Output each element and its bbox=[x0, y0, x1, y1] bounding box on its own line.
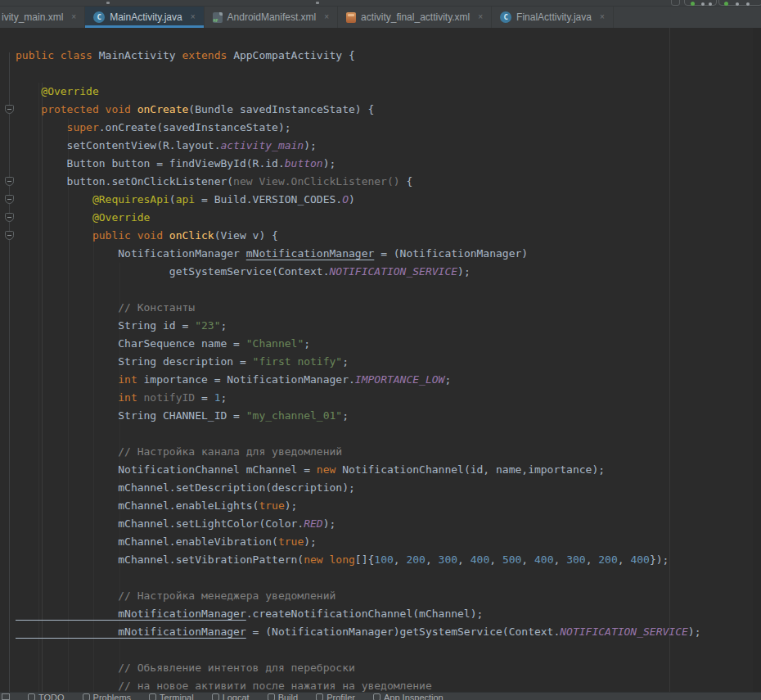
code-line[interactable]: protected void onCreate(Bundle savedInst… bbox=[16, 101, 374, 119]
code-line[interactable]: CharSequence name = "Channel"; bbox=[16, 335, 310, 353]
toolwindow-button-build[interactable]: Build bbox=[268, 693, 298, 700]
code-line[interactable]: mChannel.setDescription(description); bbox=[16, 479, 355, 497]
toolwindow-label: TODO bbox=[38, 692, 65, 700]
code-line[interactable]: int importance = NotificationManager.IMP… bbox=[16, 371, 451, 389]
code-line[interactable]: mChannel.setVibrationPattern(new long[]{… bbox=[16, 551, 669, 569]
fold-marker-icon[interactable] bbox=[5, 213, 14, 222]
code-token: onClick bbox=[169, 229, 214, 242]
code-token: String id = bbox=[16, 319, 195, 332]
toolwindow-button-profiler[interactable]: Profiler bbox=[316, 693, 355, 700]
code-line[interactable]: String CHANNEL_ID = "my_channel_01"; bbox=[16, 407, 349, 425]
code-token: Button button = findViewById(R.id. bbox=[16, 157, 285, 169]
code-line[interactable]: setContentView(R.layout.activity_main); bbox=[16, 137, 317, 155]
toolbar-button[interactable] bbox=[671, 0, 680, 6]
code-line[interactable]: NotificationManager mNotificationManager… bbox=[16, 245, 528, 263]
code-line[interactable]: String description = "first notify"; bbox=[16, 353, 349, 371]
code-line[interactable]: public class MainActivity extends AppCom… bbox=[16, 47, 355, 65]
class-file-icon: C bbox=[93, 11, 105, 23]
code-token: int bbox=[16, 373, 137, 386]
code-token: ); bbox=[304, 139, 317, 151]
code-token: , bbox=[489, 553, 502, 566]
code-token: @Override bbox=[16, 85, 99, 97]
tab-activity-final-acttivity-xml[interactable]: activity_final_acttivity.xml× bbox=[338, 7, 492, 28]
code-line[interactable]: // Обьявление интентов для переброски bbox=[16, 659, 355, 677]
debug-icon[interactable] bbox=[724, 2, 728, 6]
run-icon[interactable] bbox=[691, 2, 695, 6]
code-line[interactable]: // на новое активити после нажатия на ув… bbox=[16, 677, 432, 693]
toolbar-icon[interactable] bbox=[709, 2, 712, 6]
code-line[interactable]: // Настройка менеджера уведомлений bbox=[16, 587, 335, 605]
code-line[interactable]: // Константы bbox=[16, 299, 195, 317]
toolbar-icon[interactable] bbox=[746, 2, 750, 6]
fold-marker-icon[interactable] bbox=[5, 195, 14, 204]
code-token: setContentView(R.layout. bbox=[16, 139, 220, 151]
fold-marker-icon[interactable] bbox=[5, 177, 14, 186]
code-line[interactable]: String id = "23"; bbox=[16, 317, 227, 335]
tab-close-icon[interactable]: × bbox=[600, 13, 605, 21]
android-studio-window: ivity_main.xml×CMainActivity.java×Androi… bbox=[0, 0, 761, 700]
code-token: extends bbox=[182, 49, 234, 61]
toolbar-icon[interactable] bbox=[736, 2, 739, 6]
tab-label: ivity_main.xml bbox=[2, 11, 63, 23]
code-token: ); bbox=[304, 535, 317, 548]
window-layout-icon[interactable] bbox=[2, 693, 10, 700]
tab-close-icon[interactable]: × bbox=[324, 13, 329, 21]
tab-close-icon[interactable]: × bbox=[191, 13, 196, 21]
code-line[interactable]: @RequiresApi(api = Build.VERSION_CODES.O… bbox=[16, 191, 355, 209]
code-line[interactable]: mChannel.enableLights(true); bbox=[16, 497, 297, 515]
code-token: ); bbox=[688, 625, 701, 638]
code-token: .createNotificationChannel(mChannel); bbox=[246, 607, 484, 620]
code-token: String description = bbox=[16, 355, 253, 368]
code-editor[interactable]: public class MainActivity extends AppCom… bbox=[0, 28, 761, 693]
toolbar-icon[interactable] bbox=[316, 2, 319, 4]
code-line[interactable]: // Настройка канала для уведомлений bbox=[16, 443, 342, 461]
code-line[interactable]: mChannel.enableVibration(true); bbox=[16, 533, 317, 551]
code-line[interactable]: getSystemService(Context.NOTIFICATION_SE… bbox=[16, 263, 471, 281]
code-token: , bbox=[618, 553, 631, 566]
build-icon bbox=[268, 693, 275, 700]
code-token: , bbox=[426, 553, 439, 566]
code-token: api bbox=[176, 193, 195, 205]
code-line[interactable]: mNotificationManager.createNotificationC… bbox=[16, 605, 483, 623]
fold-marker-icon[interactable] bbox=[5, 105, 14, 114]
run-controls-group[interactable] bbox=[684, 0, 717, 6]
fold-marker-icon[interactable] bbox=[5, 231, 14, 240]
device-controls-group[interactable] bbox=[718, 0, 761, 6]
code-line[interactable]: public void onClick(View v) { bbox=[16, 227, 278, 245]
code-token: // на новое активити после нажатия на ув… bbox=[16, 680, 432, 692]
tab-close-icon[interactable]: × bbox=[478, 13, 483, 21]
code-token: 400 bbox=[534, 553, 553, 566]
tab-label: activity_final_acttivity.xml bbox=[361, 11, 470, 23]
toolwindow-button-terminal[interactable]: Terminal bbox=[149, 693, 194, 700]
code-line[interactable]: @Override bbox=[16, 209, 150, 227]
code-line[interactable]: NotificationChannel mChannel = new Notif… bbox=[16, 461, 605, 479]
toolwindow-button-todo[interactable]: TODO bbox=[28, 693, 65, 700]
code-token: ); bbox=[457, 265, 471, 278]
code-token: , bbox=[521, 553, 534, 566]
tab-mainactivity-java[interactable]: CMainActivity.java× bbox=[85, 7, 204, 28]
tab-label: AndroidManifest.xml bbox=[227, 11, 317, 23]
tab-androidmanifest-xml[interactable]: AndroidManifest.xml× bbox=[205, 7, 339, 28]
code-line[interactable]: mChannel.setLightColor(Color.RED); bbox=[16, 515, 335, 533]
tab-ivity-main-xml[interactable]: ivity_main.xml× bbox=[0, 7, 85, 28]
code-line[interactable]: button.setOnClickListener(new View.OnCli… bbox=[16, 173, 412, 191]
scrollbar-track[interactable] bbox=[753, 28, 761, 693]
code-token: , bbox=[394, 553, 407, 566]
code-line[interactable]: int notifyID = 1; bbox=[16, 389, 227, 407]
main-toolbar-strip bbox=[0, 0, 761, 7]
toolbar-icon[interactable] bbox=[106, 2, 110, 4]
code-line[interactable]: Button button = findViewById(R.id.button… bbox=[16, 155, 335, 173]
code-token: .onCreate(savedInstanceState); bbox=[99, 121, 291, 133]
tab-close-icon[interactable]: × bbox=[71, 13, 76, 21]
toolwindow-button-logcat[interactable]: Logcat bbox=[212, 693, 250, 700]
toolbar-icon[interactable] bbox=[701, 2, 705, 6]
toolwindow-button-problems[interactable]: Problems bbox=[83, 693, 131, 700]
code-line[interactable]: @Override bbox=[16, 83, 99, 101]
code-token: ; bbox=[220, 391, 227, 404]
code-token: super bbox=[16, 121, 99, 133]
code-line[interactable]: super.onCreate(savedInstanceState); bbox=[16, 119, 291, 137]
code-line[interactable]: mNotificationManager = (NotificationMana… bbox=[16, 623, 700, 641]
code-token: ); bbox=[323, 157, 336, 169]
tab-finalacttivity-java[interactable]: CFinalActtivity.java× bbox=[492, 7, 614, 28]
toolwindow-button-app-inspection[interactable]: App Inspection bbox=[373, 693, 444, 700]
